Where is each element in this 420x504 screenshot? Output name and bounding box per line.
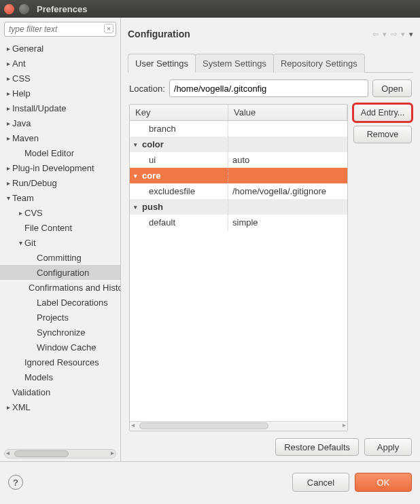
- filter-input[interactable]: [4, 22, 116, 37]
- tree-item[interactable]: Model Editor: [0, 145, 120, 160]
- scroll-left-icon[interactable]: ◂: [131, 421, 135, 429]
- preferences-tree[interactable]: ▸General▸Ant▸CSS▸Help▸Install/Update▸Jav…: [0, 39, 120, 448]
- chevron-down-icon[interactable]: ▾: [134, 173, 142, 179]
- scroll-right-icon[interactable]: ▸: [343, 421, 346, 429]
- config-table-body[interactable]: branch▾coloruiauto▾coreexcludesfile/home…: [130, 121, 347, 421]
- tree-item[interactable]: Window Cache: [0, 340, 120, 355]
- cancel-button[interactable]: Cancel: [292, 473, 349, 492]
- tree-item[interactable]: ▸CSS: [0, 71, 120, 86]
- chevron-down-icon[interactable]: ▾: [16, 239, 24, 247]
- tree-item[interactable]: Committing: [0, 250, 120, 265]
- clear-filter-icon[interactable]: ×: [104, 24, 113, 33]
- tree-item[interactable]: ▸Java: [0, 115, 120, 130]
- chevron-right-icon[interactable]: ▸: [4, 75, 12, 82]
- scrollbar-thumb[interactable]: [14, 450, 69, 457]
- tree-item[interactable]: ▾Git: [0, 235, 120, 250]
- table-row[interactable]: uiauto: [130, 152, 347, 168]
- titlebar: Preferences: [0, 0, 420, 18]
- tree-item[interactable]: Configuration: [0, 265, 120, 280]
- tree-item[interactable]: ▸Maven: [0, 130, 120, 145]
- tree-item[interactable]: ▸Ant: [0, 56, 120, 71]
- tree-item-label: Projects: [37, 312, 69, 323]
- cell-key: excludesfile: [149, 186, 195, 196]
- tree-item[interactable]: Label Decorations: [0, 295, 120, 310]
- tree-item[interactable]: Validation: [0, 384, 120, 399]
- tree-item[interactable]: ▸Install/Update: [0, 101, 120, 115]
- location-input[interactable]: [169, 79, 368, 97]
- tree-item[interactable]: ▸Help: [0, 86, 120, 101]
- help-icon[interactable]: ?: [8, 475, 23, 490]
- chevron-right-icon[interactable]: ▸: [4, 90, 12, 97]
- tree-item-label: Run/Debug: [12, 178, 57, 188]
- chevron-right-icon[interactable]: ▸: [4, 403, 12, 411]
- tree-item[interactable]: Ignored Resources: [0, 355, 120, 370]
- tree-item[interactable]: File Content: [0, 220, 120, 235]
- table-horizontal-scrollbar[interactable]: ◂ ▸: [130, 421, 347, 431]
- forward-icon[interactable]: ⇨: [391, 30, 397, 39]
- cell-key: branch: [149, 124, 176, 134]
- tree-item[interactable]: Models: [0, 370, 120, 384]
- minimize-icon[interactable]: [19, 4, 29, 14]
- location-label: Location:: [129, 84, 165, 94]
- cell-value: auto: [232, 155, 249, 165]
- ok-button[interactable]: OK: [355, 473, 412, 492]
- table-row[interactable]: ▾core: [130, 168, 347, 183]
- tree-item-label: Window Cache: [37, 342, 96, 353]
- view-menu-icon[interactable]: ▾: [409, 30, 413, 39]
- tree-item-label: XML: [12, 402, 31, 412]
- tab-user-settings[interactable]: User Settings: [128, 54, 196, 73]
- tree-item-label: Git: [24, 238, 36, 248]
- chevron-right-icon[interactable]: ▸: [16, 209, 24, 217]
- apply-button[interactable]: Apply: [364, 438, 412, 456]
- forward-menu-icon[interactable]: ▾: [401, 30, 405, 39]
- tree-item[interactable]: Confirmations and History: [0, 280, 120, 295]
- chevron-down-icon[interactable]: ▾: [134, 204, 142, 211]
- back-menu-icon[interactable]: ▾: [383, 30, 387, 39]
- chevron-right-icon[interactable]: ▸: [4, 179, 12, 187]
- tab-repository-settings[interactable]: Repository Settings: [273, 54, 365, 73]
- open-button[interactable]: Open: [372, 79, 412, 97]
- table-row[interactable]: ▾push: [130, 199, 347, 215]
- tree-item[interactable]: ▸XML: [0, 399, 120, 414]
- cell-value: /home/vogella/.gitignore: [232, 186, 326, 196]
- chevron-right-icon[interactable]: ▸: [4, 134, 12, 142]
- close-icon[interactable]: [4, 4, 14, 14]
- column-header-key[interactable]: Key: [130, 105, 228, 120]
- tree-item[interactable]: ▸Plug-in Development: [0, 160, 120, 175]
- scroll-left-icon[interactable]: ◂: [6, 449, 10, 456]
- back-icon[interactable]: ⇦: [372, 30, 379, 39]
- add-entry-button[interactable]: Add Entry...: [353, 104, 412, 122]
- chevron-right-icon[interactable]: ▸: [4, 60, 12, 67]
- table-row[interactable]: ▾color: [130, 137, 347, 152]
- tree-horizontal-scrollbar[interactable]: ◂ ▸: [4, 449, 116, 458]
- cell-key: push: [142, 202, 163, 212]
- tree-item-label: Label Decorations: [37, 298, 108, 308]
- tree-item[interactable]: ▸CVS: [0, 205, 120, 220]
- tree-item[interactable]: Projects: [0, 310, 120, 325]
- tree-item[interactable]: ▸General: [0, 41, 120, 56]
- table-row[interactable]: defaultsimple: [130, 215, 347, 230]
- remove-button[interactable]: Remove: [353, 126, 412, 143]
- tab-system-settings[interactable]: System Settings: [195, 54, 274, 73]
- chevron-right-icon[interactable]: ▸: [4, 45, 12, 52]
- tree-item[interactable]: ▾Team: [0, 190, 120, 205]
- tree-item-label: Plug-in Development: [12, 163, 94, 173]
- tree-item[interactable]: Synchronize: [0, 325, 120, 340]
- cell-value: simple: [232, 217, 258, 228]
- tree-item-label: Validation: [12, 387, 50, 397]
- scrollbar-thumb[interactable]: [139, 422, 268, 429]
- tree-item-label: Committing: [37, 253, 82, 263]
- column-header-value[interactable]: Value: [228, 105, 347, 120]
- tree-item-label: CVS: [24, 208, 43, 218]
- scroll-right-icon[interactable]: ▸: [111, 449, 114, 456]
- restore-defaults-button[interactable]: Restore Defaults: [275, 438, 359, 456]
- table-row[interactable]: excludesfile/home/vogella/.gitignore: [130, 183, 347, 199]
- chevron-down-icon[interactable]: ▾: [4, 194, 12, 202]
- settings-tabs: User SettingsSystem SettingsRepository S…: [128, 53, 413, 73]
- table-row[interactable]: branch: [130, 121, 347, 137]
- chevron-right-icon[interactable]: ▸: [4, 120, 12, 127]
- chevron-right-icon[interactable]: ▸: [4, 164, 12, 172]
- tree-item[interactable]: ▸Run/Debug: [0, 175, 120, 190]
- chevron-right-icon[interactable]: ▸: [4, 105, 12, 112]
- chevron-down-icon[interactable]: ▾: [134, 141, 142, 148]
